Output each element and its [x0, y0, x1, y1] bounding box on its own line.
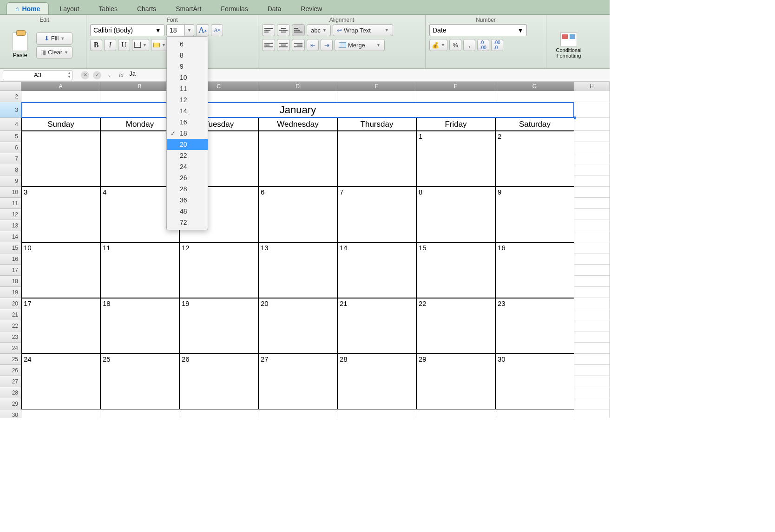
row-header-10[interactable]: 10 [0, 187, 21, 198]
border-button[interactable]: ▼ [132, 39, 149, 51]
row-header-19[interactable]: 19 [0, 287, 21, 298]
calendar-cell[interactable] [337, 131, 416, 187]
indent-inc-button[interactable]: ⇥ [321, 39, 333, 51]
font-size-option-36[interactable]: 36 [167, 195, 208, 206]
name-box[interactable]: A3 ▲▼ [3, 70, 72, 80]
row-header-9[interactable]: 9 [0, 175, 21, 187]
grow-font-button[interactable]: A▴ [196, 24, 209, 36]
fill-button[interactable]: ⬇ Fill ▼ [36, 32, 72, 45]
tab-data[interactable]: Data [259, 2, 290, 14]
calendar-cell[interactable]: 16 [495, 242, 574, 298]
font-size-option-12[interactable]: 12 [167, 94, 208, 105]
font-size-option-10[interactable]: 10 [167, 72, 208, 83]
font-size-option-14[interactable]: 14 [167, 105, 208, 117]
row-header-15[interactable]: 15 [0, 242, 21, 253]
col-header-A[interactable]: A [21, 82, 100, 91]
calendar-cell[interactable]: 20 [258, 298, 337, 354]
align-top-button[interactable] [262, 24, 275, 36]
calendar-cell[interactable]: 18 [100, 298, 179, 354]
row-header-23[interactable]: 23 [0, 331, 21, 343]
calendar-cell[interactable]: 27 [258, 354, 337, 409]
calendar-cell[interactable]: 29 [416, 354, 495, 409]
accept-formula-button[interactable]: ✓ [93, 71, 101, 79]
calendar-cell[interactable]: 23 [495, 298, 574, 354]
calendar-cell[interactable]: 25 [100, 354, 179, 409]
row-header-12[interactable]: 12 [0, 209, 21, 220]
font-size-option-6[interactable]: 6 [167, 39, 208, 50]
italic-button[interactable]: I [104, 39, 116, 51]
cancel-formula-button[interactable]: ✕ [81, 71, 89, 79]
col-header-G[interactable]: G [495, 82, 574, 91]
col-header-D[interactable]: D [258, 82, 337, 91]
chevron-down-icon[interactable]: ▼ [185, 24, 194, 36]
font-size-option-72[interactable]: 72 [167, 217, 208, 228]
indent-dec-button[interactable]: ⇤ [307, 39, 319, 51]
month-title-cell[interactable]: January [21, 102, 574, 118]
col-header-F[interactable]: F [416, 82, 495, 91]
calendar-cell[interactable]: 6 [258, 187, 337, 242]
calendar-cell[interactable]: 8 [416, 187, 495, 242]
comma-button[interactable]: , [463, 39, 475, 51]
row-header-22[interactable]: 22 [0, 320, 21, 331]
calendar-cell[interactable] [258, 131, 337, 187]
row-header-21[interactable]: 21 [0, 309, 21, 320]
calendar-cell[interactable]: 24 [21, 354, 100, 409]
row-header-3[interactable]: 3 [0, 102, 21, 118]
calendar-cell[interactable]: 7 [337, 187, 416, 242]
tab-smartart[interactable]: SmartArt [167, 2, 210, 14]
calendar-cell[interactable] [21, 131, 100, 187]
font-size-select[interactable]: 18 ▼ [166, 24, 194, 36]
row-header-25[interactable]: 25 [0, 354, 21, 365]
calendar-cell[interactable]: 1 [416, 131, 495, 187]
tab-layout[interactable]: Layout [51, 2, 88, 14]
tab-review[interactable]: Review [292, 2, 331, 14]
row-header-13[interactable]: 13 [0, 220, 21, 231]
align-left-button[interactable] [262, 39, 275, 51]
row-header-2[interactable]: 2 [0, 91, 21, 102]
row-header-7[interactable]: 7 [0, 153, 21, 164]
row-header-8[interactable]: 8 [0, 164, 21, 175]
font-size-option-48[interactable]: 48 [167, 206, 208, 217]
calendar-cell[interactable]: 11 [100, 242, 179, 298]
calendar-cell[interactable]: 10 [21, 242, 100, 298]
font-size-dropdown[interactable]: 6891011121416✓182022242628364872 [166, 36, 208, 230]
row-header-18[interactable]: 18 [0, 276, 21, 287]
dec-decimal-button[interactable]: .00.0 [491, 39, 503, 51]
row-header-20[interactable]: 20 [0, 298, 21, 309]
percent-button[interactable]: % [449, 39, 461, 51]
fillcolor-button[interactable]: ▼ [151, 39, 168, 51]
row-header-4[interactable]: 4 [0, 118, 21, 131]
calendar-cell[interactable]: 14 [337, 242, 416, 298]
font-size-option-24[interactable]: 24 [167, 161, 208, 172]
font-size-option-22[interactable]: 22 [167, 150, 208, 161]
merge-button[interactable]: Merge ▼ [335, 39, 385, 51]
tab-home[interactable]: ⌂ Home [7, 2, 49, 14]
align-bottom-button[interactable] [292, 24, 305, 36]
font-size-option-8[interactable]: 8 [167, 50, 208, 61]
font-size-option-28[interactable]: 28 [167, 183, 208, 195]
calendar-cell[interactable]: 3 [21, 187, 100, 242]
paste-button[interactable]: Paste [7, 32, 33, 58]
col-header-H[interactable]: H [574, 82, 610, 91]
row-header-5[interactable]: 5 [0, 131, 21, 142]
font-name-select[interactable]: Calibri (Body) ▼ [90, 24, 164, 36]
font-size-option-26[interactable]: 26 [167, 172, 208, 183]
calendar-cell[interactable]: 9 [495, 187, 574, 242]
tab-formulas[interactable]: Formulas [212, 2, 256, 14]
calendar-cell[interactable]: 13 [258, 242, 337, 298]
calendar-cell[interactable]: 28 [337, 354, 416, 409]
row-header-30[interactable]: 30 [0, 409, 21, 418]
stepper-icon[interactable]: ▲▼ [67, 71, 71, 79]
row-header-24[interactable]: 24 [0, 343, 21, 354]
tab-charts[interactable]: Charts [128, 2, 165, 14]
shrink-font-button[interactable]: A▾ [211, 24, 223, 36]
font-size-option-20[interactable]: 20 [167, 139, 208, 150]
orientation-button[interactable]: abc▼ [307, 24, 331, 36]
row-header-27[interactable]: 27 [0, 376, 21, 387]
bold-button[interactable]: B [90, 39, 102, 51]
tab-tables[interactable]: Tables [90, 2, 126, 14]
font-size-option-18[interactable]: ✓18 [167, 128, 208, 139]
calendar-cell[interactable]: 19 [179, 298, 258, 354]
row-header-14[interactable]: 14 [0, 231, 21, 242]
row-header-16[interactable]: 16 [0, 253, 21, 265]
